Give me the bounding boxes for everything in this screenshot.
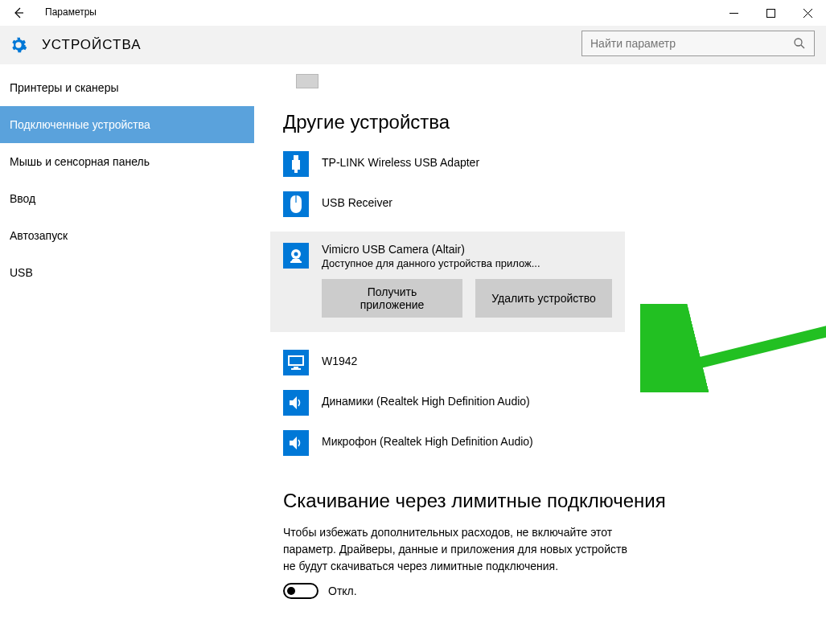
monitor-icon — [283, 350, 309, 375]
sidebar-item-label: USB — [10, 266, 33, 279]
svg-rect-2 — [766, 9, 775, 17]
svg-rect-8 — [292, 160, 300, 170]
mic-icon — [283, 430, 309, 456]
device-label: USB Receiver — [322, 191, 392, 209]
minimize-icon — [729, 9, 738, 18]
mouse-icon — [283, 191, 309, 217]
svg-point-5 — [795, 39, 802, 46]
speaker-icon — [283, 390, 309, 416]
device-label: Vimicro USB Camera (Altair) — [322, 243, 540, 256]
sidebar-item-connected-devices[interactable]: Подключенные устройства — [0, 106, 254, 143]
get-app-button[interactable]: Получить приложение — [322, 279, 462, 318]
sidebar-item-label: Мышь и сенсорная панель — [10, 155, 150, 168]
device-item-selected[interactable]: Vimicro USB Camera (Altair) Доступное дл… — [270, 232, 625, 332]
device-item[interactable]: Микрофон (Realtek High Definition Audio) — [283, 430, 826, 456]
device-label: TP-LINK Wireless USB Adapter — [322, 151, 479, 169]
page-title: УСТРОЙСТВА — [42, 37, 142, 53]
search-icon — [785, 37, 814, 50]
toggle-knob — [287, 587, 295, 595]
device-sublabel: Доступное для данного устройства прилож.… — [322, 257, 540, 269]
svg-rect-16 — [291, 368, 301, 370]
close-button[interactable] — [789, 0, 826, 26]
back-button[interactable] — [0, 0, 37, 26]
device-label: Динамики (Realtek High Definition Audio) — [322, 390, 530, 408]
main: Принтеры и сканеры Подключенные устройст… — [0, 64, 826, 644]
sidebar-item-label: Подключенные устройства — [10, 118, 150, 131]
sidebar: Принтеры и сканеры Подключенные устройст… — [0, 64, 254, 644]
metered-note: Чтобы избежать дополнительных расходов, … — [283, 524, 629, 575]
maximize-icon — [766, 9, 775, 18]
minimize-button[interactable] — [715, 0, 752, 26]
close-icon — [803, 9, 812, 18]
remove-device-button[interactable]: Удалить устройство — [475, 279, 612, 318]
sidebar-item-label: Автозапуск — [10, 229, 68, 242]
arrow-left-icon — [12, 6, 25, 19]
svg-point-12 — [294, 252, 298, 256]
sidebar-item-autoplay[interactable]: Автозапуск — [0, 217, 254, 254]
device-item[interactable]: W1942 — [283, 350, 826, 375]
svg-rect-9 — [294, 170, 298, 173]
window-title: Параметры — [45, 6, 97, 18]
device-item[interactable]: Динамики (Realtek High Definition Audio) — [283, 390, 826, 416]
svg-rect-14 — [290, 357, 302, 364]
svg-rect-15 — [294, 367, 298, 368]
sidebar-item-usb[interactable]: USB — [0, 254, 254, 291]
device-item[interactable]: TP-LINK Wireless USB Adapter — [283, 151, 826, 177]
search-input[interactable] — [582, 37, 785, 50]
gear-icon — [10, 36, 27, 54]
metered-toggle-row: Откл. — [283, 583, 826, 599]
camera-icon — [283, 243, 309, 269]
sidebar-item-mouse[interactable]: Мышь и сенсорная панель — [0, 143, 254, 180]
header: УСТРОЙСТВА — [0, 26, 826, 64]
sidebar-item-typing[interactable]: Ввод — [0, 180, 254, 217]
device-item[interactable]: USB Receiver — [283, 191, 826, 217]
svg-rect-7 — [294, 155, 298, 160]
window-controls — [715, 0, 826, 26]
sidebar-item-printers[interactable]: Принтеры и сканеры — [0, 69, 254, 106]
svg-line-6 — [801, 45, 804, 48]
device-label: Микрофон (Realtek High Definition Audio) — [322, 430, 533, 448]
toggle-label: Откл. — [328, 585, 357, 597]
scroll-remnant — [296, 74, 318, 88]
maximize-button[interactable] — [752, 0, 789, 26]
titlebar: Параметры — [0, 0, 826, 26]
metered-toggle[interactable] — [283, 583, 318, 599]
device-label: W1942 — [322, 350, 357, 367]
section-other-devices-title: Другие устройства — [283, 111, 826, 133]
content: Другие устройства TP-LINK Wireless USB A… — [254, 64, 826, 644]
sidebar-item-label: Ввод — [10, 192, 35, 205]
usb-adapter-icon — [283, 151, 309, 177]
search-box[interactable] — [581, 31, 815, 56]
sidebar-item-label: Принтеры и сканеры — [10, 81, 118, 94]
device-actions: Получить приложение Удалить устройство — [322, 279, 612, 318]
annotation-arrow-icon — [640, 304, 826, 392]
section-metered-title: Скачивание через лимитные подключения — [283, 488, 826, 513]
